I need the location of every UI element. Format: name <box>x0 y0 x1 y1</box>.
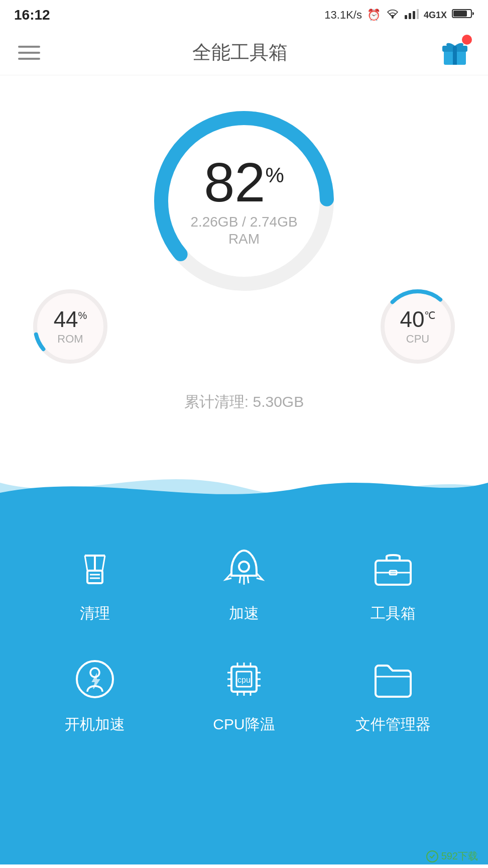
svg-rect-17 <box>87 571 102 583</box>
wave-separator <box>0 463 488 513</box>
status-bar: 16:12 13.1K/s ⏰ 4G1X <box>0 0 488 30</box>
watermark-icon <box>426 850 438 862</box>
app-title: 全能工具箱 <box>192 40 288 65</box>
signal-icon <box>405 8 419 22</box>
rom-percent: 44% <box>54 307 87 332</box>
network-type: 4G1X <box>424 10 447 21</box>
clean-label: 清理 <box>80 603 110 624</box>
grid-row-1: 清理 加速 <box>0 543 488 624</box>
grid-item-cpu-cool[interactable]: cpu <box>169 654 318 735</box>
grid-row-2: 开机加速 cpu <box>0 654 488 735</box>
clean-icon <box>70 543 120 593</box>
ram-label: RAM <box>190 231 297 247</box>
ram-center-text: 82% 2.26GB / 2.74GB RAM <box>190 155 297 247</box>
svg-rect-6 <box>453 11 467 17</box>
menu-line-3 <box>18 58 40 60</box>
toolbox-icon <box>368 543 418 593</box>
svg-point-24 <box>239 562 249 572</box>
svg-point-0 <box>392 17 394 19</box>
main-panel: 82% 2.26GB / 2.74GB RAM 44% ROM <box>0 75 488 443</box>
svg-line-20 <box>85 556 87 571</box>
rom-ring: 44% ROM <box>30 286 110 367</box>
ram-detail: 2.26GB / 2.74GB <box>190 214 297 230</box>
rom-text: 44% ROM <box>54 307 87 346</box>
alarm-icon: ⏰ <box>367 9 381 22</box>
file-manager-icon <box>368 654 418 704</box>
svg-rect-2 <box>409 13 411 19</box>
svg-text:cpu: cpu <box>237 676 251 684</box>
cumulative-clean: 累计清理: 5.30GB <box>0 392 488 412</box>
wifi-icon <box>386 8 400 22</box>
cpu-ring: 40℃ CPU <box>378 286 458 367</box>
menu-line-2 <box>18 52 40 54</box>
grid-item-boot-boost[interactable]: 开机加速 <box>20 654 169 735</box>
ram-percent: 82% <box>190 155 297 210</box>
boot-boost-icon <box>70 654 120 704</box>
ram-ring-container: 82% 2.26GB / 2.74GB RAM <box>0 95 488 306</box>
watermark-text: 592下载 <box>441 849 478 863</box>
top-nav: 全能工具箱 <box>0 30 488 75</box>
boost-icon <box>219 543 269 593</box>
grid-item-clean[interactable]: 清理 <box>20 543 169 624</box>
cpu-temp: 40℃ <box>400 307 436 332</box>
wave-svg <box>0 463 488 513</box>
svg-point-32 <box>90 668 99 677</box>
boot-boost-label: 开机加速 <box>65 714 125 735</box>
svg-line-27 <box>248 576 249 583</box>
menu-button[interactable] <box>18 46 40 60</box>
network-speed: 13.1K/s <box>324 9 362 22</box>
grid-item-boost[interactable]: 加速 <box>169 543 318 624</box>
menu-line-1 <box>18 46 40 48</box>
svg-line-21 <box>102 556 105 571</box>
boost-label: 加速 <box>229 603 259 624</box>
cpu-cool-label: CPU降温 <box>213 714 275 735</box>
cpu-cool-icon: cpu <box>219 654 269 704</box>
svg-rect-9 <box>453 46 457 65</box>
file-manager-label: 文件管理器 <box>355 714 431 735</box>
cpu-label: CPU <box>400 333 436 346</box>
status-icons: 13.1K/s ⏰ 4G1X <box>324 8 474 22</box>
svg-point-49 <box>427 851 438 862</box>
rom-label: ROM <box>54 333 87 346</box>
cpu-text: 40℃ CPU <box>400 307 436 346</box>
svg-rect-3 <box>413 11 415 19</box>
svg-rect-4 <box>417 9 419 19</box>
gift-button[interactable] <box>440 37 470 69</box>
svg-rect-1 <box>405 15 407 19</box>
gift-badge <box>462 35 472 45</box>
watermark: 592下载 <box>426 849 478 863</box>
svg-line-25 <box>239 576 240 583</box>
grid-item-file-manager[interactable]: 文件管理器 <box>319 654 468 735</box>
status-time: 16:12 <box>14 7 50 23</box>
battery-icon <box>452 8 474 22</box>
blue-panel: 清理 加速 <box>0 513 488 864</box>
toolbox-label: 工具箱 <box>371 603 416 624</box>
grid-item-toolbox[interactable]: 工具箱 <box>319 543 468 624</box>
